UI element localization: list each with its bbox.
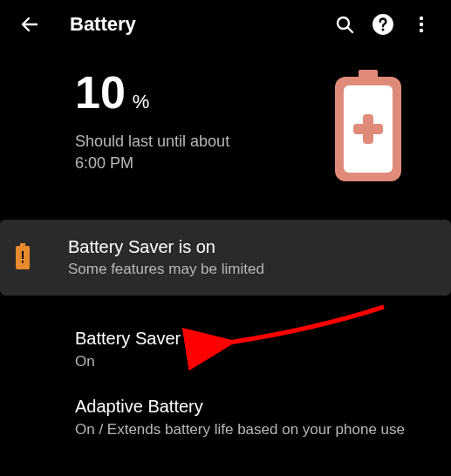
back-icon[interactable]	[10, 5, 49, 44]
svg-line-1	[348, 28, 352, 32]
battery-percent-value: 10	[75, 66, 126, 119]
search-icon[interactable]	[325, 5, 364, 44]
svg-rect-11	[363, 114, 373, 144]
svg-rect-14	[22, 251, 24, 259]
battery-saver-banner-icon	[16, 243, 30, 273]
app-bar: Battery	[0, 0, 451, 49]
battery-saver-banner[interactable]: Battery Saver is on Some features may be…	[0, 220, 451, 296]
battery-saver-title: Battery Saver	[75, 329, 430, 349]
svg-point-0	[338, 17, 349, 29]
banner-subtitle: Some features may be limited	[68, 261, 264, 278]
adaptive-battery-item[interactable]: Adaptive Battery On / Extends battery li…	[0, 384, 451, 452]
svg-rect-15	[22, 261, 24, 263]
percent-sign: %	[133, 91, 150, 113]
banner-title: Battery Saver is on	[68, 237, 264, 257]
svg-rect-12	[20, 243, 25, 246]
svg-point-4	[420, 17, 423, 20]
overflow-menu-icon[interactable]	[402, 5, 441, 44]
banner-text: Battery Saver is on Some features may be…	[68, 237, 264, 278]
estimate-line-1: Should last until about	[75, 133, 229, 150]
battery-hero: 10 % Should last until about 6:00 PM	[0, 49, 451, 213]
svg-point-6	[420, 29, 423, 32]
estimate-line-2: 6:00 PM	[75, 154, 133, 172]
battery-percent: 10 %	[75, 66, 332, 119]
svg-point-5	[420, 23, 423, 26]
battery-illustration-icon	[332, 70, 404, 187]
battery-estimate: Should last until about 6:00 PM	[75, 131, 267, 174]
battery-saver-status: On	[75, 352, 407, 372]
svg-point-3	[381, 28, 384, 31]
battery-level-info: 10 % Should last until about 6:00 PM	[75, 66, 332, 174]
page-title: Battery	[70, 13, 325, 36]
battery-saver-item[interactable]: Battery Saver On	[0, 316, 451, 384]
adaptive-battery-title: Adaptive Battery	[75, 397, 430, 417]
adaptive-battery-status: On / Extends battery life based on your …	[75, 420, 407, 440]
help-icon[interactable]	[364, 5, 402, 44]
